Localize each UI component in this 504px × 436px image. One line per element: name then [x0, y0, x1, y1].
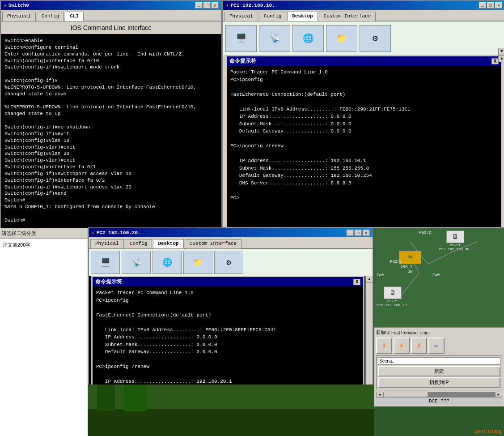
- tab-pc1-physical[interactable]: Physical: [224, 12, 258, 21]
- pc1-cmd-dialog: 命令提示符 X Packet Tracer PC Command Line 1.…: [225, 55, 503, 58]
- tab-pc2-desktop[interactable]: Desktop: [153, 239, 183, 248]
- pc2-minimize-btn[interactable]: _: [347, 230, 354, 236]
- pc1-desktop-icons: 🖥️ 📡 🌐 📁 ⚙️: [223, 21, 504, 55]
- scroll-right-btn[interactable]: ►: [495, 392, 502, 397]
- tree-2: [124, 385, 146, 411]
- pc1-cmd-content[interactable]: Packet Tracer PC Command Line 1.0 PC>ipc…: [227, 66, 501, 227]
- pc2-device-name: PC2 192.160.20.: [377, 303, 409, 307]
- network-map: SW 290-2... Sw Fa0/2 Fa0/1 Fa0 Fa0 🖥 PC-…: [374, 228, 504, 327]
- switch0-titlebar: ⚡ Switch0 _ □ ✕: [1, 1, 221, 10]
- pc1-titlebar: ⚡ PC1 192.160.10. _ ❐ ✕: [223, 1, 504, 10]
- pc2-close-btn[interactable]: ✕: [363, 230, 370, 236]
- switch0-close-btn[interactable]: ✕: [212, 2, 219, 9]
- pc2-device-type: PC-PT: [387, 299, 398, 303]
- pc1-icon-5[interactable]: ⚙️: [360, 25, 391, 52]
- pc1-scroll-up[interactable]: ▲: [498, 55, 504, 62]
- scroll-thumb[interactable]: [383, 392, 428, 397]
- pc2-icon-1[interactable]: 🖥️: [91, 251, 120, 274]
- pc1-cmd-close[interactable]: X: [491, 58, 499, 64]
- switch-sublabel: 290-2...: [400, 265, 419, 269]
- toolbar-buttons-row: ⚡ ⚡ ⚡ ✏️: [376, 338, 502, 354]
- tab-pc1-config[interactable]: Config: [259, 12, 287, 21]
- fa0-left-label: Fa0: [377, 273, 384, 278]
- pc1-tabs: Physical Config Desktop Custom Interface: [223, 10, 504, 21]
- switch0-title: Switch0: [8, 3, 29, 8]
- pc1-restore-btn[interactable]: ❐: [487, 2, 494, 9]
- ground: [88, 409, 374, 436]
- pc1-controls: _ ❐ ✕: [479, 2, 502, 9]
- sidebar-header: 请选择二级分类: [0, 228, 88, 239]
- tab-switch0-physical[interactable]: Physical: [2, 12, 36, 21]
- pc1-cmd-titlebar: 命令提示符 X: [227, 56, 501, 66]
- pc3-device-name: PC3 192.160.30.: [439, 247, 471, 251]
- pc3-device-type: PC-PT: [450, 243, 461, 247]
- switch0-controls: _ □ ✕: [195, 2, 219, 9]
- pc1-title-area: ⚡ PC1 192.160.10.: [226, 3, 275, 9]
- landscape-bg: [88, 385, 374, 436]
- pc1-icon-4[interactable]: 📁: [326, 25, 357, 52]
- pc2-icon-5[interactable]: ⚙️: [214, 251, 243, 274]
- tab-pc2-config[interactable]: Config: [125, 239, 152, 248]
- fast-forward-label: Fast Forward Time: [391, 330, 428, 335]
- tab-pc1-custom[interactable]: Custom Interface: [319, 12, 376, 21]
- pc1-minimize-btn[interactable]: _: [479, 2, 486, 9]
- pc2-tabs: Physical Config Desktop Custom Interface: [89, 237, 373, 249]
- switch0-title-area: ⚡ Switch0: [4, 3, 29, 9]
- scenario-label: Scena...: [379, 359, 396, 363]
- pc1-icon-2[interactable]: 📡: [259, 25, 290, 52]
- pc2-cmd-titlebar: 命令提示符 X: [93, 277, 363, 286]
- switch0-cli-text: Switch>enable Switch#configure terminal …: [4, 38, 218, 224]
- power-btn-2[interactable]: ⚡: [394, 338, 410, 354]
- tab-switch0-config[interactable]: Config: [37, 12, 64, 21]
- pc2-icon-2[interactable]: 📡: [122, 251, 151, 274]
- switch-device: SW 290-2... Sw: [399, 251, 421, 274]
- switch-label: SW: [408, 255, 413, 260]
- dce-bar: DCE ???: [376, 397, 502, 405]
- pc1-close-btn[interactable]: ✕: [495, 2, 502, 9]
- scroll-track: [383, 392, 495, 397]
- tree-1: [97, 385, 115, 411]
- pc2-cmd-title: 命令提示符: [95, 278, 122, 286]
- switch-box: SW: [399, 251, 421, 264]
- pc2-restore-btn[interactable]: ❐: [355, 230, 362, 236]
- pc3-device: 🖥 PC-PT PC3 192.160.30.: [439, 231, 471, 251]
- fa01-label: Fa0/1: [390, 260, 402, 264]
- right-toolbar: 新加电 Fast Forward Time ⚡ ⚡ ⚡ ✏️ Scena... …: [374, 327, 504, 406]
- scroll-left-btn[interactable]: ◄: [376, 392, 383, 397]
- fa02-label: Fa0/2: [419, 231, 431, 235]
- sidebar-content-label: 正文前200字: [0, 239, 88, 251]
- pc2-cmd-close[interactable]: X: [353, 279, 360, 285]
- left-sidebar: 请选择二级分类 正文前200字: [0, 228, 88, 436]
- tab-pc2-custom[interactable]: Custom Interface: [185, 239, 242, 248]
- switch0-tabs: Physical Config CLI: [1, 10, 221, 21]
- power-toolbar-row: 新加电 Fast Forward Time: [376, 329, 502, 336]
- pc2-icon-3[interactable]: 🌐: [152, 251, 182, 274]
- pc1-title: PC1 192.160.10.: [231, 3, 275, 8]
- dce-label: DCE ???: [429, 398, 449, 404]
- cli-heading: IOS Command Line Interface: [1, 21, 221, 34]
- power-btn-3[interactable]: ⚡: [411, 338, 427, 354]
- pc1-icon-3[interactable]: 🌐: [292, 25, 324, 52]
- pc1-scroll-down[interactable]: ▼: [498, 48, 504, 55]
- h-scrollbar-area: ◄ ►: [376, 392, 502, 397]
- tab-pc2-physical[interactable]: Physical: [90, 239, 124, 248]
- tab-switch0-cli[interactable]: CLI: [65, 12, 84, 21]
- pc1-cmd-title: 命令提示符: [229, 57, 256, 65]
- pc2-scroll-up[interactable]: ▲: [366, 276, 373, 283]
- pc2-icon-4[interactable]: 📁: [183, 251, 212, 274]
- tab-pc1-desktop[interactable]: Desktop: [287, 12, 318, 21]
- category-label: 请选择二级分类: [2, 231, 36, 236]
- pencil-btn[interactable]: ✏️: [428, 338, 445, 354]
- pc1-icon-1[interactable]: 🖥️: [225, 25, 257, 52]
- switch0-maximize-btn[interactable]: □: [203, 2, 211, 9]
- content-label: 正文前200字: [3, 242, 30, 248]
- switch0-cli-content[interactable]: Switch>enable Switch#configure terminal …: [1, 34, 221, 234]
- pc2-device: 🖥 PC-PT PC2 192.160.20.: [377, 286, 409, 307]
- fa0-right-label: Fa0: [432, 273, 440, 278]
- switch-btn[interactable]: 切换到IP: [378, 377, 500, 388]
- power-btn-1[interactable]: ⚡: [376, 338, 392, 354]
- switch0-minimize-btn[interactable]: _: [195, 2, 203, 9]
- pc2-controls: _ ❐ ✕: [347, 230, 370, 236]
- new-btn[interactable]: 新建: [378, 366, 500, 376]
- pc3-device-box: 🖥: [446, 231, 464, 243]
